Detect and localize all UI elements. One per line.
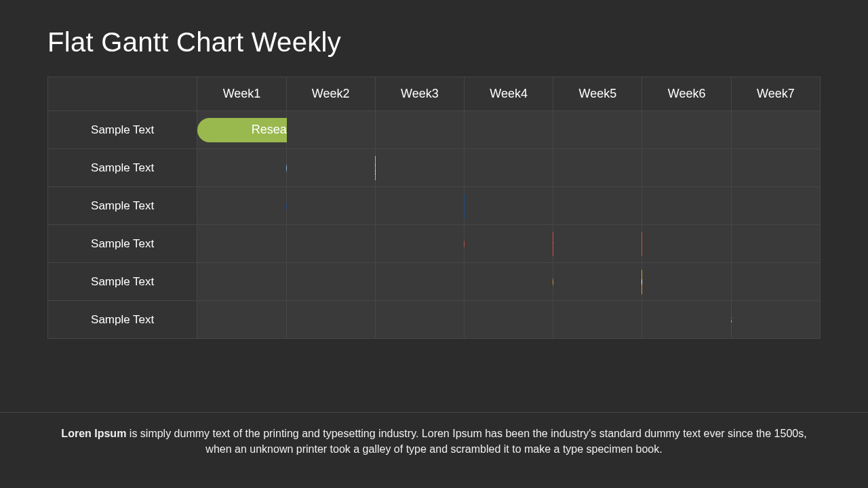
gantt-cell [642,111,731,149]
gantt-cell [465,225,553,263]
gantt-corner-cell [48,77,197,111]
gantt-row: Sample TextUpload [48,263,821,301]
gantt-cell [286,263,375,301]
gantt-cell: Upload [197,263,286,301]
gantt-cell [731,301,820,339]
col-header: Week1 [197,77,286,111]
gantt-row: Sample TextDesign [48,149,821,187]
gantt-row: Sample TextFinishing [48,301,821,339]
gantt-cell [553,225,642,263]
footer-bold: Loren Ipsum [61,428,126,439]
gantt-track: Research [197,111,285,148]
gantt-cell [731,149,820,187]
row-label: Sample Text [48,187,197,225]
gantt-cell [375,187,464,225]
page-title: Flat Gantt Chart Weekly [47,27,821,58]
gantt-cell [553,263,642,301]
gantt-cell [642,301,731,339]
gantt-cell: Design [197,149,286,187]
row-label: Sample Text [48,225,197,263]
col-header: Week6 [642,77,731,111]
gantt-track: Upload [197,263,285,300]
gantt-cell [731,111,820,149]
col-header: Week4 [465,77,553,111]
gantt-cell [553,187,642,225]
gantt-cell [465,187,553,225]
gantt-cell [731,225,820,263]
gantt-cell: Finishing [197,301,286,339]
gantt-cell [286,187,375,225]
col-header: Week2 [286,77,375,111]
gantt-cell [465,111,553,149]
gantt-cell [553,301,642,339]
gantt-cell [465,301,553,339]
gantt-track: Design [197,149,285,186]
gantt-cell [642,149,731,187]
gantt-cell [286,111,375,149]
gantt-cell [465,263,553,301]
col-header: Week7 [731,77,820,111]
gantt-cell [375,263,464,301]
gantt-chart: Week1 Week2 Week3 Week4 Week5 Week6 Week… [47,77,821,339]
gantt-cell [375,225,464,263]
slide: Flat Gantt Chart Weekly Week1 Week2 Week… [0,0,868,488]
gantt-track: Finishing [197,301,285,338]
gantt-cell [642,187,731,225]
row-label: Sample Text [48,301,197,339]
gantt-cell [731,263,820,301]
col-header: Week5 [553,77,642,111]
col-header: Week3 [375,77,464,111]
gantt-cell [553,149,642,187]
row-label: Sample Text [48,149,197,187]
row-label: Sample Text [48,111,197,149]
gantt-cell [286,225,375,263]
gantt-cell [465,149,553,187]
gantt-header-row: Week1 Week2 Week3 Week4 Week5 Week6 Week… [48,77,821,111]
divider [0,412,868,413]
gantt-cell: Research [197,111,286,149]
gantt-cell [286,149,375,187]
gantt-cell [375,111,464,149]
gantt-cell [731,187,820,225]
gantt-cell [642,225,731,263]
gantt-track: Layout [197,187,285,224]
gantt-cell [553,111,642,149]
footer-rest: is simply dummy text of the printing and… [126,428,806,455]
gantt-cell [642,263,731,301]
gantt-cell [375,149,464,187]
gantt-cell [286,301,375,339]
gantt-cell [375,301,464,339]
row-label: Sample Text [48,263,197,301]
gantt-cell: Layout [197,187,286,225]
gantt-row: Sample TextLayout [48,187,821,225]
gantt-row: Sample TextDeveloping [48,225,821,263]
gantt-row: Sample TextResearch [48,111,821,149]
gantt-track: Developing [197,225,285,262]
gantt-cell: Developing [197,225,286,263]
footer-text: Loren Ipsum is simply dummy text of the … [47,426,821,457]
